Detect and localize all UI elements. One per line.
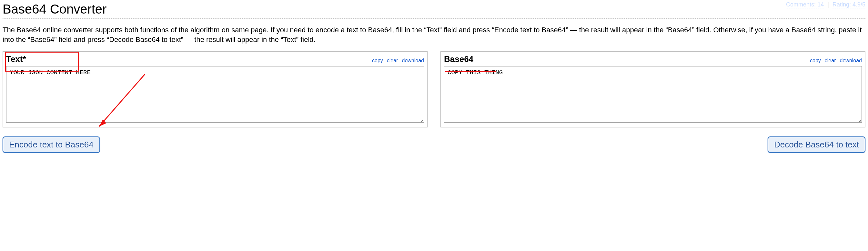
encode-button[interactable]: Encode text to Base64 [3, 136, 100, 153]
meta-separator: | [827, 1, 829, 8]
rating-link[interactable]: Rating: 4.9/5 [833, 1, 865, 8]
text-clear-link[interactable]: clear [387, 58, 398, 64]
description-text: The Base64 online converter supports bot… [3, 25, 865, 44]
text-panel: Text* copy clear download [3, 51, 428, 127]
panels-row: Text* copy clear download Base64 copy cl… [3, 51, 865, 127]
decode-button[interactable]: Decode Base64 to text [768, 136, 865, 153]
divider [3, 19, 865, 19]
buttons-row: Encode text to Base64 Decode Base64 to t… [3, 136, 865, 153]
comments-link[interactable]: Comments: 14 [786, 1, 824, 8]
base64-clear-link[interactable]: clear [825, 58, 836, 64]
text-input[interactable] [6, 66, 424, 123]
text-copy-link[interactable]: copy [372, 58, 383, 64]
page-title: Base64 Converter [3, 2, 865, 17]
text-download-link[interactable]: download [402, 58, 424, 64]
base64-copy-link[interactable]: copy [810, 58, 821, 64]
text-panel-title: Text* [6, 54, 26, 64]
base64-panel: Base64 copy clear download [440, 51, 865, 127]
base64-input[interactable] [444, 66, 862, 123]
meta-links: Comments: 14 | Rating: 4.9/5 [786, 1, 865, 8]
base64-download-link[interactable]: download [840, 58, 862, 64]
base64-panel-title: Base64 [444, 54, 473, 64]
